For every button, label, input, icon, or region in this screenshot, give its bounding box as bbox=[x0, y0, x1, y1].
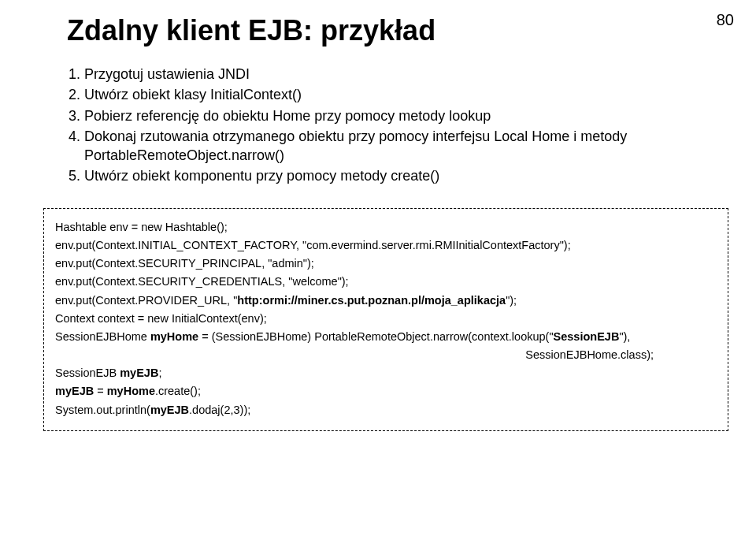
code-line: env.put(Context.INITIAL_CONTEXT_FACTORY,… bbox=[55, 236, 717, 255]
code-block: Hashtable env = new Hashtable(); env.put… bbox=[43, 208, 728, 431]
steps-list: Przygotuj ustawienia JNDI Utwórz obiekt … bbox=[84, 65, 721, 186]
code-text: env.put(Context.PROVIDER_URL, " bbox=[55, 294, 237, 307]
code-text-bold: http:ormi://miner.cs.put.poznan.pl/moja_… bbox=[237, 294, 506, 307]
page-title: Zdalny klient EJB: przykład bbox=[67, 14, 721, 47]
code-text: = (SessionEJBHome) PortableRemoteObject.… bbox=[198, 330, 553, 343]
code-line: env.put(Context.SECURITY_CREDENTIALS, "w… bbox=[55, 273, 717, 291]
code-line: System.out.println(myEJB.dodaj(2,3)); bbox=[55, 401, 717, 419]
code-text: ; bbox=[158, 367, 161, 379]
code-line: env.put(Context.PROVIDER_URL, "http:ormi… bbox=[55, 292, 717, 310]
code-text-bold: myEJB bbox=[150, 404, 189, 416]
code-text: SessionEJBHome bbox=[55, 330, 150, 343]
step-item: Utwórz obiekt klasy InitialContext() bbox=[84, 85, 721, 104]
code-text-bold: myEJB bbox=[120, 367, 158, 379]
code-text: .create(); bbox=[155, 385, 201, 397]
code-text: System.out.println( bbox=[55, 404, 150, 416]
code-line: env.put(Context.SECURITY_PRINCIPAL, "adm… bbox=[55, 255, 717, 273]
code-line: SessionEJBHome.class); bbox=[55, 346, 717, 364]
step-item: Utwórz obiekt komponentu przy pomocy met… bbox=[84, 166, 721, 185]
code-text-bold: myEJB bbox=[55, 385, 94, 397]
code-text-bold: myHome bbox=[107, 385, 155, 397]
code-text: .dodaj(2,3)); bbox=[189, 404, 250, 416]
code-text: SessionEJB bbox=[55, 367, 120, 379]
code-text-bold: SessionEJB bbox=[554, 330, 620, 343]
slide-page: 80 Zdalny klient EJB: przykład Przygotuj… bbox=[0, 0, 756, 547]
step-item: Pobierz referencję do obiektu Home przy … bbox=[84, 106, 721, 125]
step-item: Przygotuj ustawienia JNDI bbox=[84, 65, 721, 84]
step-item: Dokonaj rzutowania otrzymanego obiektu p… bbox=[84, 127, 721, 166]
code-line: Context context = new InitialContext(env… bbox=[55, 310, 717, 328]
code-text: "), bbox=[619, 330, 630, 343]
code-line: Hashtable env = new Hashtable(); bbox=[55, 218, 717, 236]
code-line: myEJB = myHome.create(); bbox=[55, 382, 717, 400]
code-text: = bbox=[94, 385, 107, 397]
code-text-bold: myHome bbox=[150, 330, 198, 343]
code-line: SessionEJBHome myHome = (SessionEJBHome)… bbox=[55, 328, 717, 346]
code-text: "); bbox=[506, 294, 517, 307]
code-line: SessionEJB myEJB; bbox=[55, 364, 717, 382]
page-number: 80 bbox=[717, 11, 734, 29]
